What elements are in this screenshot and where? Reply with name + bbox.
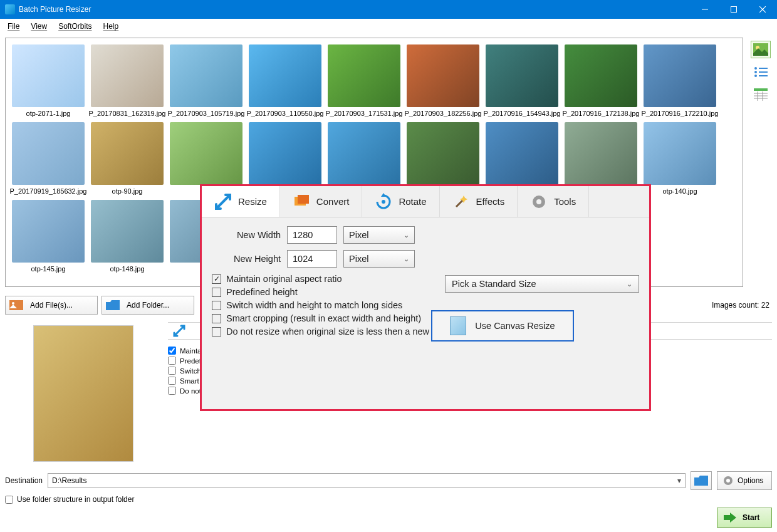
folder-icon <box>106 300 120 311</box>
close-button[interactable] <box>748 0 777 19</box>
resize-icon <box>214 193 232 211</box>
thumbnail-item[interactable]: P_20170903_105719.jpg <box>167 44 245 117</box>
list-view-icon[interactable] <box>751 64 770 80</box>
thumbnail-image <box>486 44 558 107</box>
add-files-label: Add File(s)... <box>12 301 91 310</box>
thumbnail-item[interactable]: otp-90.jpg <box>88 122 166 195</box>
menu-help[interactable]: Help <box>98 21 124 32</box>
tab-tools[interactable]: Tools <box>518 186 589 217</box>
effects-icon <box>452 193 470 211</box>
thumbnail-item[interactable]: otp-140.jpg <box>641 122 719 195</box>
chevron-down-icon: ⌄ <box>404 231 409 239</box>
details-view-icon[interactable] <box>751 86 770 103</box>
add-folder-button[interactable]: Add Folder... <box>102 296 194 315</box>
preview-image <box>33 325 133 462</box>
add-files-button[interactable]: Add File(s)... <box>5 296 98 315</box>
menubar: File View SoftOrbits Help <box>0 19 777 34</box>
use-folder-structure-label: Use folder structure in output folder <box>17 495 134 504</box>
tab-convert[interactable]: Convert <box>280 186 363 217</box>
tab-convert-label: Convert <box>316 196 350 207</box>
donot-resize-label-big: Do not resize when original size is less… <box>226 326 447 336</box>
thumbnail-image <box>91 200 164 263</box>
add-folder-label: Add Folder... <box>108 301 187 310</box>
tab-rotate-label: Rotate <box>399 196 426 207</box>
svg-point-6 <box>754 67 757 70</box>
thumbnail-item[interactable]: otp-145.jpg <box>9 200 87 273</box>
svg-point-27 <box>536 199 541 204</box>
tab-tools-label: Tools <box>554 196 576 207</box>
thumbnail-item[interactable]: P_20170916_172210.jpg <box>641 44 719 117</box>
thumbnail-item[interactable]: P_20170903_182256.jpg <box>404 44 482 117</box>
svg-point-8 <box>754 75 757 77</box>
use-canvas-resize-button[interactable]: Use Canvas Resize <box>431 310 574 342</box>
new-height-value: 1024 <box>293 254 313 264</box>
tab-effects[interactable]: Effects <box>440 186 518 217</box>
donot-resize-checkbox[interactable]: Do not resize when original size is less… <box>212 326 639 336</box>
start-arrow-icon <box>724 513 736 523</box>
convert-icon <box>293 193 310 211</box>
menu-file[interactable]: File <box>3 21 24 32</box>
minimize-button[interactable] <box>691 0 719 19</box>
use-folder-structure-checkbox[interactable]: Use folder structure in output folder <box>5 495 772 504</box>
thumbnail-item[interactable]: otp-2071-1.jpg <box>9 44 87 117</box>
thumbnail-item[interactable]: P_20170919_185632.jpg <box>9 122 87 195</box>
smart-crop-label-big: Smart cropping (result in exact width an… <box>226 313 421 323</box>
maximize-button[interactable] <box>719 0 748 19</box>
destination-combobox[interactable]: D:\Results ▾ <box>48 473 686 488</box>
svg-rect-18 <box>9 300 23 310</box>
destination-value: D:\Results <box>52 476 86 485</box>
thumbnail-item[interactable]: P_20170916_154943.jpg <box>483 44 561 117</box>
options-button[interactable]: Options <box>717 471 772 490</box>
thumbnail-item[interactable]: P_20170831_162319.jpg <box>88 44 166 117</box>
new-height-input[interactable]: 1024 <box>287 250 337 268</box>
thumbnail-label: P_20170916_172138.jpg <box>563 110 640 117</box>
thumbnail-image <box>407 122 479 185</box>
thumbnail-image <box>407 44 479 107</box>
tab-resize[interactable]: Resize <box>202 186 280 217</box>
svg-point-22 <box>726 479 730 482</box>
smart-crop-checkbox[interactable]: Smart cropping (result in exact width an… <box>212 313 639 323</box>
thumbnail-image <box>12 44 85 107</box>
thumbnail-item[interactable]: P_20170903_110550.jpg <box>246 44 324 117</box>
view-toolbar <box>749 38 772 103</box>
browse-destination-button[interactable] <box>691 471 712 490</box>
thumbnails-view-icon[interactable] <box>751 41 770 58</box>
thumbnail-image <box>170 122 242 185</box>
thumbnail-label: otp-2071-1.jpg <box>26 110 71 117</box>
chevron-down-icon: ⌄ <box>627 280 632 288</box>
standard-size-select[interactable]: Pick a Standard Size ⌄ <box>445 275 639 293</box>
thumbnail-label: P_20170831_162319.jpg <box>89 110 166 117</box>
destination-label: Destination <box>5 476 43 485</box>
thumbnail-label: P_20170903_171531.jpg <box>326 110 403 117</box>
thumbnail-label: otp-148.jpg <box>110 265 144 273</box>
thumbnail-image <box>91 44 164 107</box>
tab-rotate[interactable]: Rotate <box>362 186 439 217</box>
height-unit-select[interactable]: Pixel⌄ <box>343 250 415 268</box>
thumbnail-image <box>565 44 637 107</box>
thumbnail-label: otp-145.jpg <box>31 265 65 273</box>
width-unit-label: Pixel <box>349 230 368 240</box>
new-width-input[interactable]: 1280 <box>287 226 337 244</box>
svg-point-25 <box>382 200 385 204</box>
switch-wh-label-big: Switch width and height to match long si… <box>226 300 402 310</box>
svg-rect-12 <box>754 88 768 91</box>
thumbnail-image <box>12 200 85 263</box>
thumbnail-item[interactable]: P_20170903_171531.jpg <box>325 44 403 117</box>
thumbnail-image <box>249 122 321 185</box>
svg-rect-1 <box>731 7 737 13</box>
start-button[interactable]: Start <box>717 508 772 528</box>
app-icon <box>5 4 15 14</box>
resize-icon <box>173 325 185 337</box>
height-unit-label: Pixel <box>349 254 368 264</box>
menu-view[interactable]: View <box>26 21 52 32</box>
thumbnail-image <box>328 44 400 107</box>
thumbnail-item[interactable]: otp-148.jpg <box>88 200 166 273</box>
options-label: Options <box>738 476 763 485</box>
thumbnail-item[interactable]: P_20170916_172138.jpg <box>562 44 640 117</box>
gear-icon <box>722 475 734 486</box>
switch-wh-checkbox[interactable]: Switch width and height to match long si… <box>212 300 639 310</box>
canvas-icon <box>450 316 466 335</box>
menu-softorbits[interactable]: SoftOrbits <box>53 21 96 32</box>
thumbnail-label: P_20170903_105719.jpg <box>168 110 245 117</box>
width-unit-select[interactable]: Pixel⌄ <box>343 226 415 244</box>
